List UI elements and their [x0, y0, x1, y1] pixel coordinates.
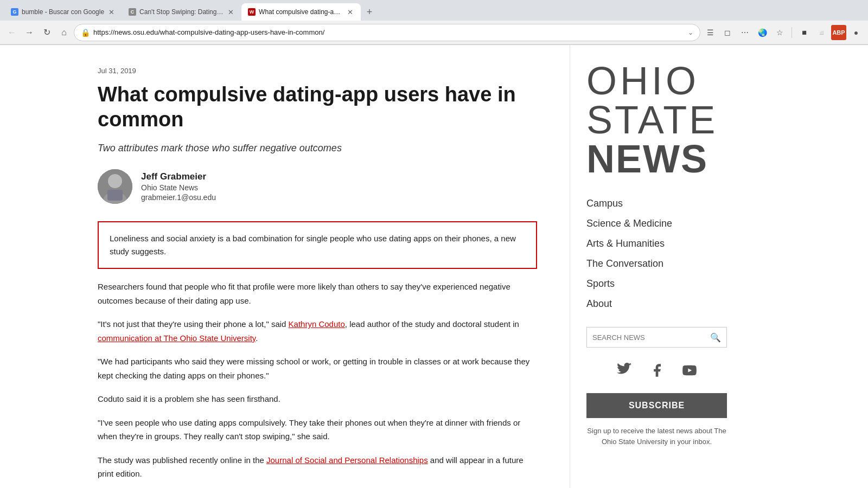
- facebook-icon[interactable]: [646, 359, 668, 381]
- logo-news: NEWS: [586, 139, 727, 178]
- paragraph-4: Coduto said it is a problem she has seen…: [98, 392, 537, 406]
- subscribe-button[interactable]: SUBSCRIBE: [586, 393, 727, 418]
- search-box[interactable]: 🔍: [586, 327, 727, 348]
- logo-state: STATE: [586, 100, 727, 139]
- page-scroll-wrapper[interactable]: Jul 31, 2019 What compulsive dating-app …: [0, 45, 868, 488]
- home-button[interactable]: ⌂: [56, 25, 72, 40]
- browser-chrome: G bumble - Buscar con Google ✕ C Can't S…: [0, 0, 868, 45]
- paragraph-1: Researchers found that people who fit th…: [98, 280, 537, 307]
- reload-button[interactable]: ↻: [39, 25, 54, 40]
- search-button[interactable]: 🔍: [710, 332, 721, 343]
- kathryn-coduto-link[interactable]: Kathryn Coduto: [289, 319, 345, 329]
- url-chevron[interactable]: ⌄: [688, 29, 693, 36]
- article-subtitle: Two attributes mark those who suffer neg…: [98, 143, 537, 154]
- tab-2[interactable]: C Can't Stop Swiping: Dating App... ✕: [122, 3, 241, 21]
- sidebar-nav: Campus Science & Medicine Arts & Humanit…: [586, 194, 727, 314]
- social-icons: [586, 359, 727, 381]
- tab-2-close[interactable]: ✕: [227, 8, 235, 16]
- highlight-box: Loneliness and social anxiety is a bad c…: [98, 221, 537, 269]
- tab-3-label: What compulsive dating-app...: [259, 8, 343, 16]
- collections-button[interactable]: ◽: [814, 25, 829, 40]
- paragraph-5: "I've seen people who use dating apps co…: [98, 416, 537, 444]
- sidebar-item-about[interactable]: About: [586, 294, 727, 314]
- library-button[interactable]: ◾: [796, 25, 812, 40]
- address-bar[interactable]: 🔒 https://news.osu.edu/what-compulsive-d…: [74, 24, 700, 41]
- main-content: Jul 31, 2019 What compulsive dating-app …: [0, 45, 570, 488]
- star-button[interactable]: ☆: [772, 25, 787, 40]
- sidebar-item-arts[interactable]: Arts & Humanities: [586, 234, 727, 254]
- sidebar-item-campus[interactable]: Campus: [586, 194, 727, 214]
- article-body: Researchers found that people who fit th…: [98, 280, 537, 488]
- author-avatar: [98, 169, 132, 204]
- paragraph-2: "It's not just that they're using their …: [98, 317, 537, 345]
- sidebar-item-conversation[interactable]: The Conversation: [586, 254, 727, 274]
- author-name: Jeff Grabmeier: [141, 171, 216, 182]
- tab-1-close[interactable]: ✕: [107, 8, 116, 16]
- svg-point-1: [108, 174, 122, 188]
- account-button[interactable]: ●: [848, 25, 864, 40]
- article-date: Jul 31, 2019: [98, 67, 537, 75]
- shield-button[interactable]: 🌏: [755, 25, 770, 40]
- nav-bar: ← → ↻ ⌂ 🔒 https://news.osu.edu/what-comp…: [0, 21, 868, 44]
- osu-communication-link[interactable]: communication at The Ohio State Universi…: [98, 333, 256, 343]
- sidebar: OHIO STATE NEWS Campus Science & Medicin…: [570, 45, 743, 488]
- logo-ohio: OHIO: [586, 61, 727, 100]
- paragraph-3: "We had participants who said they were …: [98, 355, 537, 382]
- new-tab-button[interactable]: +: [363, 5, 376, 18]
- avatar-image: [98, 169, 132, 204]
- tab-3[interactable]: W What compulsive dating-app... ✕: [241, 3, 361, 21]
- subscribe-description: Sign up to receive the latest news about…: [586, 426, 727, 447]
- author-block: Jeff Grabmeier Ohio State News grabmeier…: [98, 169, 537, 204]
- adblock-button[interactable]: ABP: [831, 25, 846, 40]
- paragraph-6: The study was published recently online …: [98, 453, 537, 481]
- author-org: Ohio State News: [141, 183, 216, 192]
- url-text: https://news.osu.edu/what-compulsive-dat…: [93, 28, 685, 36]
- lock-icon: 🔒: [81, 28, 90, 37]
- search-input[interactable]: [592, 333, 710, 342]
- back-button[interactable]: ←: [4, 25, 20, 40]
- tab-bar: G bumble - Buscar con Google ✕ C Can't S…: [0, 0, 868, 21]
- tab-2-label: Can't Stop Swiping: Dating App...: [139, 8, 224, 16]
- separator: [792, 27, 792, 38]
- page-wrapper: Jul 31, 2019 What compulsive dating-app …: [0, 45, 868, 488]
- menu-button[interactable]: ⋯: [737, 25, 752, 40]
- svg-rect-3: [107, 190, 123, 201]
- sidebar-item-science[interactable]: Science & Medicine: [586, 214, 727, 234]
- bookmarks-button[interactable]: ☰: [703, 25, 718, 40]
- tab-1[interactable]: G bumble - Buscar con Google ✕: [4, 3, 122, 21]
- article-title: What compulsive dating-app users have in…: [98, 82, 537, 132]
- osu-logo: OHIO STATE NEWS: [586, 61, 727, 178]
- sidebar-item-sports[interactable]: Sports: [586, 274, 727, 294]
- tab-1-label: bumble - Buscar con Google: [22, 8, 104, 16]
- author-email: grabmeier.1@osu.edu: [141, 193, 216, 202]
- sync-button[interactable]: ◻: [720, 25, 735, 40]
- forward-button[interactable]: →: [22, 25, 37, 40]
- author-info: Jeff Grabmeier Ohio State News grabmeier…: [141, 171, 216, 202]
- highlight-text: Loneliness and social anxiety is a bad c…: [110, 234, 516, 256]
- youtube-icon[interactable]: [679, 359, 700, 381]
- journal-link[interactable]: Journal of Social and Personal Relations…: [266, 455, 428, 465]
- tab-3-close[interactable]: ✕: [346, 8, 354, 16]
- nav-right-buttons: ☰ ◻ ⋯ 🌏 ☆ ◾ ◽ ABP ●: [703, 25, 864, 40]
- twitter-icon[interactable]: [614, 359, 635, 381]
